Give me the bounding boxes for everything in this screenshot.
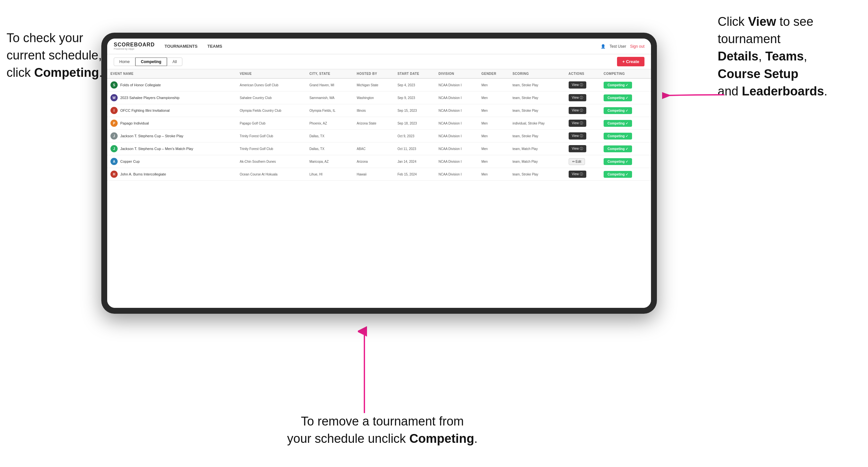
cell-division: NCAA Division I (435, 79, 478, 92)
cell-hosted: Illinois (353, 104, 394, 117)
cell-event-name: J Jackson T. Stephens Cup – Stroke Play (107, 130, 236, 143)
cell-division: NCAA Division I (435, 92, 478, 104)
cell-gender: Men (478, 155, 509, 168)
view-button[interactable]: View ⓘ (569, 94, 586, 101)
competing-button[interactable]: Competing ✓ (603, 94, 632, 101)
cell-scoring: team, Stroke Play (509, 79, 565, 92)
cell-city: Sammamish, WA (306, 92, 353, 104)
cell-hosted: ABAC (353, 143, 394, 155)
view-button[interactable]: View ⓘ (569, 107, 586, 114)
cell-event-name: S Folds of Honor Collegiate (107, 79, 236, 92)
cell-event-name: W 2023 Sahalee Players Championship (107, 92, 236, 104)
app-header: SCOREBOARD Powered by clippi TOURNAMENTS… (107, 38, 651, 54)
cell-scoring: team, Match Play (509, 155, 565, 168)
event-name-text: Papago Individual (120, 121, 149, 125)
table-row: A Copper Cup Ak-Chin Southern DunesMaric… (107, 155, 651, 168)
team-logo: P (111, 120, 118, 127)
nav-tournaments[interactable]: TOURNAMENTS (165, 42, 198, 50)
cell-actions: View ⓘ (565, 104, 601, 117)
view-button[interactable]: View ⓘ (569, 132, 586, 139)
cell-division: NCAA Division I (435, 143, 478, 155)
cell-gender: Men (478, 79, 509, 92)
cell-scoring: individual, Stroke Play (509, 117, 565, 130)
cell-actions: View ⓘ (565, 130, 601, 143)
cell-gender: Men (478, 168, 509, 181)
event-name-text: Folds of Honor Collegiate (120, 83, 161, 87)
tab-group: Home Competing All (114, 58, 182, 66)
cell-date: Oct 11, 2023 (394, 143, 435, 155)
table-row: J Jackson T. Stephens Cup – Stroke Play … (107, 130, 651, 143)
view-button[interactable]: View ⓘ (569, 170, 586, 178)
cell-venue: Trinity Forest Golf Club (236, 130, 306, 143)
col-city-state: CITY, STATE (306, 69, 353, 79)
table-row: S Folds of Honor Collegiate American Dun… (107, 79, 651, 92)
cell-hosted: Hawaii (353, 168, 394, 181)
cell-gender: Men (478, 92, 509, 104)
cell-city: Lihue, HI (306, 168, 353, 181)
competing-button[interactable]: Competing ✓ (603, 158, 632, 165)
nav-teams[interactable]: TEAMS (207, 42, 222, 50)
cell-city: Maricopa, AZ (306, 155, 353, 168)
team-logo: S (111, 82, 118, 89)
arrow-right-top (662, 82, 727, 108)
tab-competing[interactable]: Competing (135, 58, 167, 66)
competing-button[interactable]: Competing ✓ (603, 171, 632, 178)
cell-date: Oct 9, 2023 (394, 130, 435, 143)
cell-venue: Ak-Chin Southern Dunes (236, 155, 306, 168)
team-logo: J (111, 145, 118, 152)
cell-actions: View ⓘ (565, 79, 601, 92)
username: Test User (610, 44, 626, 49)
view-button[interactable]: View ⓘ (569, 145, 586, 152)
cell-competing: Competing ✓ (600, 92, 651, 104)
tab-all[interactable]: All (167, 58, 182, 66)
tab-home[interactable]: Home (114, 58, 135, 66)
cell-hosted: Arizona State (353, 117, 394, 130)
col-gender: GENDER (478, 69, 509, 79)
cell-date: Jan 14, 2024 (394, 155, 435, 168)
competing-button[interactable]: Competing ✓ (603, 133, 632, 139)
table-row: P Papago Individual Papago Golf ClubPhoe… (107, 117, 651, 130)
nav-items: TOURNAMENTS TEAMS (165, 42, 601, 50)
cell-city: Dallas, TX (306, 130, 353, 143)
table-row: J Jackson T. Stephens Cup – Men's Match … (107, 143, 651, 155)
competing-button[interactable]: Competing ✓ (603, 82, 632, 89)
cell-division: NCAA Division I (435, 168, 478, 181)
table-body: S Folds of Honor Collegiate American Dun… (107, 79, 651, 181)
cell-division: NCAA Division I (435, 117, 478, 130)
view-button[interactable]: View ⓘ (569, 82, 586, 89)
arrow-bottom (358, 325, 371, 416)
cell-date: Sep 4, 2023 (394, 79, 435, 92)
logo-title: SCOREBOARD (114, 42, 155, 48)
cell-city: Dallas, TX (306, 143, 353, 155)
competing-button[interactable]: Competing ✓ (603, 146, 632, 152)
cell-division: NCAA Division I (435, 130, 478, 143)
col-hosted-by: HOSTED BY (353, 69, 394, 79)
cell-date: Sep 18, 2023 (394, 117, 435, 130)
cell-venue: Ocean Course At Hokuala (236, 168, 306, 181)
cell-competing: Competing ✓ (600, 155, 651, 168)
competing-button[interactable]: Competing ✓ (603, 107, 632, 114)
cell-hosted: Arizona (353, 155, 394, 168)
cell-actions: View ⓘ (565, 143, 601, 155)
cell-hosted: Washington (353, 92, 394, 104)
cell-city: Olympia Fields, IL (306, 104, 353, 117)
cell-scoring: team, Stroke Play (509, 92, 565, 104)
competing-label: Competing (34, 66, 99, 80)
cell-scoring: team, Match Play (509, 143, 565, 155)
view-button[interactable]: View ⓘ (569, 120, 586, 127)
cell-event-name: I OFCC Fighting Illini Invitational (107, 104, 236, 117)
create-button[interactable]: + Create (617, 57, 645, 66)
event-name-text: OFCC Fighting Illini Invitational (120, 108, 169, 113)
col-division: DIVISION (435, 69, 478, 79)
edit-button[interactable]: ✏ Edit (569, 158, 585, 165)
cell-venue: Papago Golf Club (236, 117, 306, 130)
cell-scoring: team, Stroke Play (509, 168, 565, 181)
col-start-date: START DATE (394, 69, 435, 79)
cell-gender: Men (478, 130, 509, 143)
sign-out-link[interactable]: Sign out (630, 44, 645, 49)
competing-button[interactable]: Competing ✓ (603, 120, 632, 127)
cell-division: NCAA Division I (435, 104, 478, 117)
cell-event-name: P Papago Individual (107, 117, 236, 130)
user-icon: 👤 (601, 44, 606, 49)
table-row: W 2023 Sahalee Players Championship Saha… (107, 92, 651, 104)
